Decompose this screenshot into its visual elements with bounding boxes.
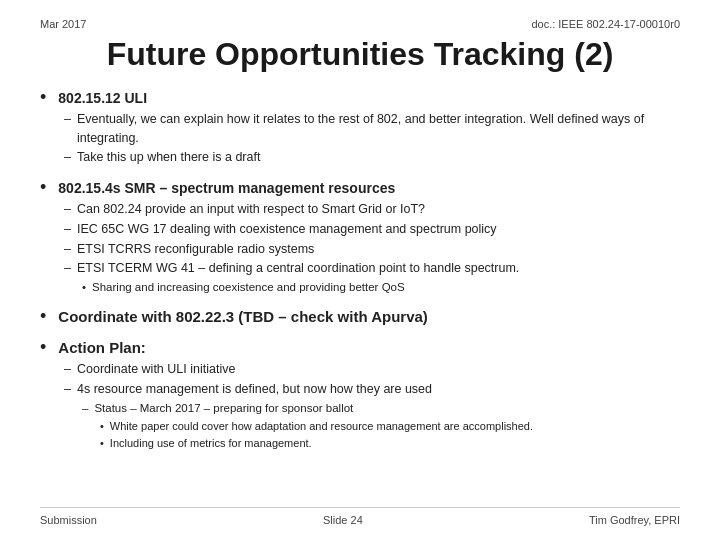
footer-center: Slide 24 (323, 514, 363, 526)
list-item: – Coordinate with ULI initiative (64, 360, 680, 379)
bullet-dot-coord: • (40, 306, 46, 327)
list-item: – ETSI TCERM WG 41 – defining a central … (64, 259, 680, 278)
smr-sub-bullets: – Can 802.24 provide an input with respe… (64, 200, 680, 296)
smr-sub-3: ETSI TCRRS reconfigurable radio systems (77, 240, 314, 259)
dash-icon: – (64, 259, 71, 278)
action-sub-sub: – Status – March 2017 – preparing for sp… (82, 400, 680, 451)
list-item: – IEC 65C WG 17 dealing with coexistence… (64, 220, 680, 239)
footer-right: Tim Godfrey, EPRI (589, 514, 680, 526)
smr-sub-4: ETSI TCERM WG 41 – defining a central co… (77, 259, 519, 278)
smr-sub-2: IEC 65C WG 17 dealing with coexistence m… (77, 220, 497, 239)
smr-sub-sub-bullets: • Sharing and increasing coexistence and… (82, 279, 680, 296)
dash-icon: – (64, 240, 71, 259)
smr-title: 802.15.4s SMR – spectrum management reso… (58, 180, 395, 196)
action-sub-2: 4s resource management is defined, but n… (77, 380, 432, 399)
dot-icon: • (100, 418, 104, 435)
header-right: doc.: IEEE 802.24-17-00010r0 (531, 18, 680, 30)
uli-sub-1: Eventually, we can explain how it relate… (77, 110, 680, 148)
slide-content: • 802.15.12 ULI – Eventually, we can exp… (40, 87, 680, 503)
smr-sub-sub-1: Sharing and increasing coexistence and p… (92, 279, 405, 296)
bullet-dot-action: • (40, 337, 46, 358)
smr-sub-1: Can 802.24 provide an input with respect… (77, 200, 425, 219)
coordinate-title: Coordinate with 802.22.3 (TBD – check wi… (58, 308, 428, 325)
dash-icon: – (82, 400, 88, 417)
bullet-dot-smr: • (40, 177, 46, 198)
section-smr: • 802.15.4s SMR – spectrum management re… (40, 177, 680, 296)
slide-title: Future Opportunities Tracking (2) (40, 36, 680, 73)
dash-icon: – (64, 360, 71, 379)
list-item: – Take this up when there is a draft (64, 148, 680, 167)
action-sub-sub-sub: • White paper could cover how adaptation… (100, 418, 680, 451)
list-item: – Eventually, we can explain how it rela… (64, 110, 680, 148)
slide: Mar 2017 doc.: IEEE 802.24-17-00010r0 Fu… (0, 0, 720, 540)
section-uli: • 802.15.12 ULI – Eventually, we can exp… (40, 87, 680, 167)
dash-icon: – (64, 110, 71, 129)
uli-title: 802.15.12 ULI (58, 90, 147, 106)
dash-icon: – (64, 220, 71, 239)
list-item: – ETSI TCRRS reconfigurable radio system… (64, 240, 680, 259)
footer-left: Submission (40, 514, 97, 526)
list-item: • White paper could cover how adaptation… (100, 418, 680, 435)
dash-icon: – (64, 148, 71, 167)
section-action: • Action Plan: – Coordinate with ULI ini… (40, 337, 680, 451)
section-coordinate: • Coordinate with 802.22.3 (TBD – check … (40, 306, 680, 327)
header-left: Mar 2017 (40, 18, 86, 30)
slide-header: Mar 2017 doc.: IEEE 802.24-17-00010r0 (40, 18, 680, 30)
list-item: – Can 802.24 provide an input with respe… (64, 200, 680, 219)
list-item: – Status – March 2017 – preparing for sp… (82, 400, 680, 417)
uli-sub-2: Take this up when there is a draft (77, 148, 260, 167)
slide-footer: Submission Slide 24 Tim Godfrey, EPRI (40, 507, 680, 526)
action-bullet-2: Including use of metrics for management. (110, 435, 312, 452)
dash-icon: – (64, 200, 71, 219)
action-sub-1: Coordinate with ULI initiative (77, 360, 235, 379)
dash-icon: – (64, 380, 71, 399)
action-sub-bullets: – Coordinate with ULI initiative – 4s re… (64, 360, 680, 451)
dot-icon: • (100, 435, 104, 452)
list-item: • Including use of metrics for managemen… (100, 435, 680, 452)
list-item: • Sharing and increasing coexistence and… (82, 279, 680, 296)
list-item: – 4s resource management is defined, but… (64, 380, 680, 399)
action-status: Status – March 2017 – preparing for spon… (94, 400, 353, 417)
bullet-dot-uli: • (40, 87, 46, 108)
action-bullet-1: White paper could cover how adaptation a… (110, 418, 533, 435)
uli-sub-bullets: – Eventually, we can explain how it rela… (64, 110, 680, 167)
action-title: Action Plan: (58, 339, 146, 356)
dot-icon: • (82, 279, 86, 296)
